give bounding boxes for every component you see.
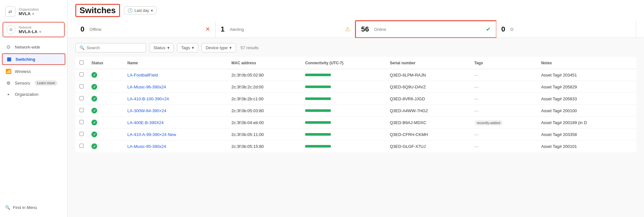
row-tags: —	[471, 69, 537, 81]
row-status	[88, 117, 124, 129]
sidebar-item-network-wide[interactable]: ⊙ Network-wide	[0, 41, 67, 53]
col-serial: Serial number	[386, 57, 470, 69]
sidebar-item-wireless[interactable]: 📶 Wireless	[0, 66, 67, 77]
row-status	[88, 129, 124, 140]
bar-fill	[305, 97, 331, 100]
main-nav: ⊙ Network-wide ▦ Switching 📶 Wireless ⊚ …	[0, 41, 67, 100]
sidebar-item-switching[interactable]: ▦ Switching	[2, 53, 65, 65]
bar-fill	[305, 86, 331, 88]
find-in-menu[interactable]: 🔍 Find in Menu	[0, 202, 67, 213]
row-checkbox[interactable]	[79, 84, 84, 88]
device-name-link[interactable]: LA-Music-95-390x24	[127, 144, 166, 149]
sidebar-item-label: Sensors	[15, 81, 30, 86]
row-notes: Asset Tag# 200101	[537, 140, 636, 152]
row-checkbox-cell[interactable]	[76, 69, 88, 81]
device-name-link[interactable]: LA-400E-B-390X24	[127, 120, 164, 125]
wireless-icon: 📶	[5, 68, 12, 74]
tag-badge[interactable]: recently-added	[474, 120, 503, 125]
device-name-link[interactable]: LA-410-B-100-390×24	[127, 96, 169, 101]
tag-dash: —	[474, 144, 479, 149]
device-name-link[interactable]: LA-FootballField	[127, 73, 158, 77]
row-checkbox[interactable]	[79, 120, 84, 124]
tag-dash: —	[474, 96, 479, 101]
stat-dormant[interactable]: 0 D	[496, 21, 637, 38]
row-serial: Q3ED-CFRH-CKMH	[386, 129, 470, 140]
row-device-name[interactable]: LA-300W-84-390×24	[124, 105, 228, 117]
connectivity-bar	[305, 109, 382, 112]
row-checkbox[interactable]	[79, 144, 84, 148]
org-name[interactable]: MVLA ∨	[19, 11, 39, 16]
row-status	[88, 105, 124, 117]
learn-more-badge[interactable]: Learn more	[35, 80, 57, 86]
sensors-icon: ⊚	[5, 80, 12, 86]
dropdown-arrow-icon: ▾	[151, 8, 153, 13]
bar-fill	[305, 133, 331, 136]
row-checkbox[interactable]	[79, 72, 84, 77]
time-filter-button[interactable]: 🕐 Last day ▾	[124, 6, 156, 14]
row-checkbox-cell[interactable]	[76, 140, 88, 152]
row-checkbox[interactable]	[79, 96, 84, 100]
row-tags: recently-added	[471, 117, 537, 129]
network-name[interactable]: MVLA-LA ∨	[19, 29, 41, 34]
status-online-icon	[91, 143, 97, 149]
device-name-link[interactable]: LA-410-A-99-390×24 New	[127, 132, 176, 137]
row-device-name[interactable]: LA-410-B-100-390×24	[124, 93, 228, 105]
chevron-down-icon: ∨	[39, 30, 41, 33]
chevron-down-icon: ∨	[32, 12, 34, 15]
online-check-icon: ✔	[486, 26, 491, 33]
row-notes: Asset Tag# 203451	[537, 69, 636, 81]
find-in-menu-label: Find in Menu	[13, 205, 37, 210]
network-section[interactable]: ⊙ Network MVLA-LA ∨	[3, 22, 65, 37]
tags-filter[interactable]: Tags ▾	[177, 43, 198, 52]
row-serial: Q3ED-GLGF-X7UJ	[386, 140, 470, 152]
row-checkbox-cell[interactable]	[76, 93, 88, 105]
row-checkbox[interactable]	[79, 132, 84, 136]
stat-online[interactable]: 56 Online ✔	[355, 20, 497, 38]
sidebar-item-label: Organization	[15, 92, 39, 97]
row-mac: 2c:3f:0b:04:eb:00	[228, 117, 301, 129]
row-device-name[interactable]: LA-Music-96-390x24	[124, 81, 228, 93]
row-device-name[interactable]: LA-400E-B-390X24	[124, 117, 228, 129]
row-device-name[interactable]: LA-FootballField	[124, 69, 228, 81]
select-all-checkbox[interactable]	[79, 60, 84, 65]
search-input[interactable]	[87, 45, 142, 50]
col-mac: MAC address	[228, 57, 301, 69]
connectivity-bar	[305, 97, 382, 100]
tags-filter-label: Tags	[181, 45, 190, 50]
device-type-filter[interactable]: Device type ▾	[201, 43, 236, 52]
status-filter[interactable]: Status ▾	[149, 43, 174, 52]
row-checkbox[interactable]	[79, 108, 84, 112]
stat-alerting-label: Alerting	[230, 27, 244, 32]
results-count: 57 results	[240, 45, 258, 50]
row-checkbox-cell[interactable]	[76, 129, 88, 140]
sidebar-item-label: Network-wide	[15, 45, 40, 50]
row-device-name[interactable]: LA-Music-95-390x24	[124, 140, 228, 152]
row-checkbox-cell[interactable]	[76, 105, 88, 117]
stat-offline[interactable]: 0 Offline ✕	[75, 21, 216, 38]
search-box[interactable]: 🔍	[75, 43, 146, 52]
row-checkbox-cell[interactable]	[76, 117, 88, 129]
stat-offline-num: 0	[80, 25, 84, 33]
row-device-name[interactable]: LA-410-A-99-390×24 New	[124, 129, 228, 140]
stat-offline-label: Offline	[89, 27, 101, 32]
stat-alerting[interactable]: 1 Alerting ⚠	[216, 21, 356, 38]
stat-alerting-num: 1	[221, 25, 225, 33]
connectivity-bar	[305, 133, 382, 136]
table-row: LA-Music-95-390x242c:3f:0b:05:15:80Q3ED-…	[76, 140, 636, 152]
main-header: Switches 🕐 Last day ▾ 0 Offline ✕ 1 Aler…	[68, 0, 644, 38]
row-checkbox-cell[interactable]	[76, 81, 88, 93]
device-name-link[interactable]: LA-300W-84-390×24	[127, 108, 166, 113]
sidebar-item-organization[interactable]: • Organization	[0, 89, 67, 100]
org-section[interactable]: ⇄ Organization MVLA ∨	[0, 4, 67, 21]
table-area: 🔍 Status ▾ Tags ▾ Device type ▾ 57 resul…	[68, 38, 644, 217]
sidebar-item-sensors[interactable]: ⊚ Sensors Learn more	[0, 77, 67, 89]
org-icon: ⇄	[5, 6, 15, 17]
col-status: Status	[88, 57, 124, 69]
network-wide-icon: ⊙	[5, 44, 12, 50]
select-all-header[interactable]	[76, 57, 88, 69]
stat-dormant-num: 0	[501, 25, 505, 33]
device-name-link[interactable]: LA-Music-96-390x24	[127, 85, 166, 89]
row-connectivity	[301, 69, 386, 81]
row-status	[88, 140, 124, 152]
stat-dormant-label: D	[510, 27, 513, 32]
